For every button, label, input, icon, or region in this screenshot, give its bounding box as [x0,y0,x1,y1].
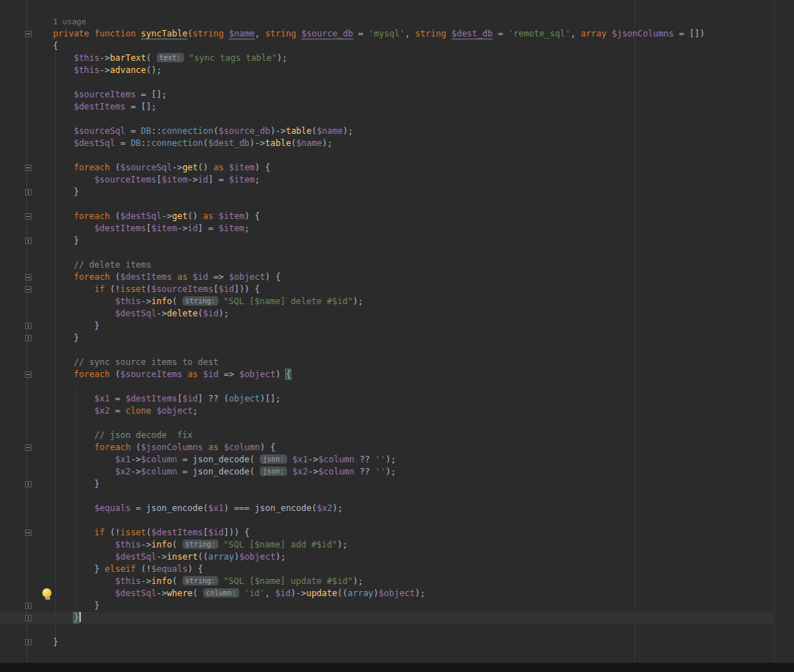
token-kw: as [188,369,198,379]
code-line[interactable]: } [53,186,705,198]
intention-lightbulb-icon[interactable] [42,588,53,601]
code-lines[interactable]: 1 usageprivate function syncTable(string… [53,16,705,648]
token-var: $x1 [292,454,308,464]
code-line[interactable]: $x2 = clone $object; [53,405,705,417]
code-line[interactable]: } [53,600,705,612]
code-line[interactable]: $destSql = DB::connection($dest_db)->tab… [53,137,705,150]
code-line[interactable]: $sourceSql = DB::connection($source_db)-… [53,125,705,137]
code-line[interactable]: // json decode fix [53,429,705,442]
token-var: $id [183,394,198,404]
fold-end-icon[interactable] [25,189,32,195]
token-d: [ [157,175,162,185]
code-line[interactable]: $this->info( string: "SQL [$name] update… [53,575,705,588]
token-d [53,126,74,136]
fold-start-icon[interactable] [25,31,32,37]
fold-start-icon[interactable] [25,444,32,451]
fold-end-icon[interactable] [25,323,32,329]
token-kw: string [415,29,446,39]
token-d: -> [177,223,187,233]
code-line[interactable]: // sync source items to dest [53,356,705,369]
code-line[interactable] [53,198,705,210]
code-line[interactable]: $this->barText( text: "sync tags table")… [53,52,705,64]
fold-end-icon[interactable] [25,639,32,646]
code-line[interactable]: foreach ($destItems as $id => $object) { [53,271,705,283]
code-line[interactable]: $x1 = $destItems[$id] ?? (object)[]; [53,393,705,405]
fold-start-icon[interactable] [25,530,32,536]
code-line[interactable]: $destSql->delete($id); [53,308,705,320]
fold-end-icon[interactable] [25,238,32,244]
token-usage[interactable]: 1 usage [53,17,86,26]
token-brace: } [74,613,79,623]
token-d [53,102,74,112]
token-kw: private [53,29,89,39]
token-d: ( [172,540,182,550]
token-d: () [198,162,213,172]
token-kw: isset [120,527,146,537]
token-var: $x2 [95,406,110,416]
code-line[interactable]: foreach ($sourceItems as $id => $object)… [53,369,705,381]
fold-start-icon[interactable] [25,165,32,171]
code-line[interactable]: { [53,40,705,52]
token-str: '' [375,454,385,464]
code-line[interactable] [53,417,705,429]
code-line[interactable] [53,247,705,259]
code-line[interactable] [53,150,705,162]
code-line[interactable]: foreach ($jsonColumns as $column) { [53,442,705,454]
code-line[interactable]: $this->info( string: "SQL [$name] add #$… [53,539,705,551]
token-kw: string [265,29,296,39]
fold-end-icon[interactable] [25,481,32,487]
code-line[interactable]: } [53,636,705,648]
code-line[interactable] [53,515,705,527]
code-line[interactable]: } [53,320,705,332]
token-var: $jsonColumns [611,29,674,39]
fold-end-icon[interactable] [25,603,32,609]
code-line[interactable]: foreach ($sourceSql->get() as $item) { [53,162,705,174]
fold-end-icon[interactable] [25,335,32,341]
code-line[interactable]: } [53,332,705,344]
token-cls: object [229,394,260,404]
fold-start-icon[interactable] [25,371,32,378]
code-line[interactable]: $equals = json_encode($x1) === json_enco… [53,502,705,515]
code-line[interactable]: $this->advance(); [53,64,705,77]
token-cmt: // sync source items to dest [74,357,218,367]
code-line[interactable]: $destItems[$item->id] = $item; [53,223,705,235]
code-line[interactable]: $destSql->where( column: 'id', $id)->upd… [53,588,705,600]
code-line[interactable] [53,113,705,125]
code-line[interactable]: foreach ($destSql->get() as $item) { [53,210,705,223]
token-cls: DB [130,138,140,148]
code-line[interactable]: // delete items [53,259,705,271]
code-line[interactable] [53,490,705,502]
code-line[interactable] [53,381,705,393]
token-var: $this [74,53,100,63]
code-line[interactable]: $this->info( string: "SQL [$name] delete… [53,296,705,308]
fold-end-icon[interactable] [25,615,32,621]
code-line[interactable]: } [53,478,705,490]
fold-start-icon[interactable] [25,274,32,281]
code-line[interactable]: private function syncTable(string $name,… [53,28,705,40]
code-line[interactable]: } [53,612,705,624]
code-line[interactable] [53,624,705,636]
token-var: $sourceSql [120,162,172,172]
code-line[interactable]: if (!isset($sourceItems[$id])) { [53,283,705,296]
code-line[interactable]: } elseif (!$equals) { [53,563,705,575]
token-kw: foreach [74,369,110,379]
code-line[interactable]: $x2->$column = json_decode( json: $x2->$… [53,466,705,478]
code-line[interactable]: $destSql->insert((array)$object); [53,551,705,563]
token-d: ); [343,126,353,136]
code-line[interactable]: } [53,235,705,247]
fold-start-icon[interactable] [25,213,32,220]
code-line[interactable] [53,344,705,356]
token-d: ])) { [234,284,260,294]
code-line[interactable]: 1 usage [53,16,705,28]
gutter[interactable] [0,16,40,663]
code-line[interactable]: $sourceItems = []; [53,89,705,101]
code-line[interactable]: if (!isset($destItems[$id])) { [53,527,705,539]
code-line[interactable]: $sourceItems[$item->id] = $item; [53,174,705,186]
token-d: -> [100,53,110,63]
token-cls: connection [151,138,203,148]
fold-start-icon[interactable] [25,286,32,293]
token-d: ); [385,467,395,477]
code-line[interactable] [53,77,705,89]
code-line[interactable]: $destItems = []; [53,101,705,113]
code-line[interactable]: $x1->$column = json_decode( json: $x1->$… [53,454,705,466]
